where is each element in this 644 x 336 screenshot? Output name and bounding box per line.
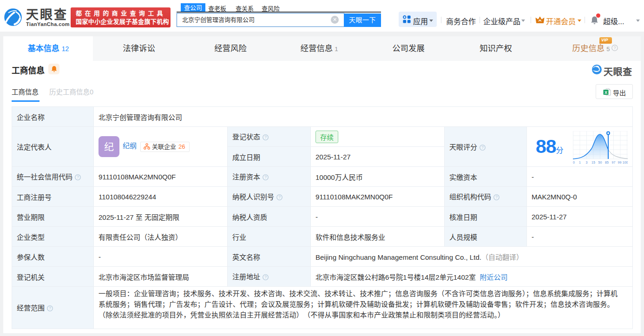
svg-text:?: ? [77, 175, 79, 179]
svg-text:15: 15 [591, 161, 595, 164]
svg-text:?: ? [613, 46, 616, 50]
svg-text:0: 0 [573, 161, 575, 164]
svg-text:?: ? [264, 175, 267, 179]
svg-text:?: ? [481, 145, 484, 150]
svg-text:97: 97 [612, 161, 616, 164]
svg-text:?: ? [49, 306, 51, 310]
svg-text:50: 50 [598, 161, 602, 164]
svg-text:100: 100 [623, 161, 628, 164]
svg-text:?: ? [264, 275, 267, 279]
svg-text:?: ? [495, 195, 498, 199]
svg-text:85: 85 [605, 161, 609, 164]
svg-text:X: X [605, 90, 607, 95]
svg-text:?: ? [278, 195, 281, 199]
svg-text:1: 1 [579, 161, 581, 164]
svg-text:3: 3 [586, 161, 588, 164]
svg-text:99: 99 [618, 161, 622, 164]
svg-text:?: ? [264, 135, 267, 139]
